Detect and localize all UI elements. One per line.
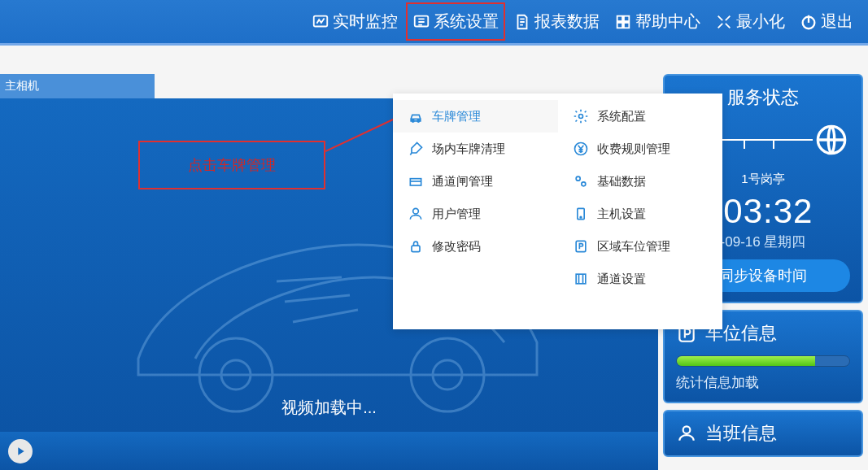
progress-bar — [676, 355, 850, 367]
menu-gate-management[interactable]: 通道闸管理 — [393, 165, 558, 198]
svg-rect-25 — [576, 274, 586, 284]
menu-base-data[interactable]: 基础数据 — [558, 165, 723, 198]
yen-icon — [573, 141, 589, 157]
menu-plate-management[interactable]: 车牌管理 — [393, 100, 558, 133]
menu-change-password[interactable]: 修改密码 — [393, 230, 558, 263]
user-icon — [408, 206, 424, 222]
gear-icon — [573, 108, 589, 124]
brush-icon — [408, 141, 424, 157]
dropdown-col-left: 车牌管理 场内车牌清理 通道闸管理 用户管理 修改密码 — [393, 94, 558, 329]
nav-reports[interactable]: 报表数据 — [507, 6, 606, 37]
nav-settings-label: 系统设置 — [434, 11, 499, 33]
nav-reports-label: 报表数据 — [534, 11, 600, 33]
progress-fill — [677, 356, 815, 366]
svg-rect-4 — [617, 22, 622, 27]
connection-line — [713, 139, 813, 141]
menu-fee-rules[interactable]: 收费规则管理 — [558, 133, 723, 165]
power-icon — [800, 13, 818, 31]
menu-label: 场内车牌清理 — [432, 141, 505, 157]
svg-point-18 — [578, 115, 582, 119]
minimize-icon — [715, 13, 733, 31]
globe-icon — [813, 121, 850, 159]
cogs-icon — [573, 173, 589, 189]
annotation-text: 点击车牌管理 — [188, 155, 276, 175]
menu-label: 通道设置 — [597, 272, 646, 287]
car-icon — [408, 108, 424, 124]
menu-label: 区域车位管理 — [597, 239, 670, 255]
menu-label: 基础数据 — [597, 174, 646, 189]
menu-channel-settings[interactable]: 通道设置 — [558, 263, 723, 295]
sync-btn-label: 同步设备时间 — [719, 268, 807, 284]
menu-host-settings[interactable]: 主机设置 — [558, 198, 723, 230]
reports-icon — [513, 13, 531, 31]
help-icon — [614, 13, 632, 31]
svg-point-20 — [576, 176, 580, 181]
play-button[interactable] — [8, 439, 33, 463]
top-nav: 实时监控 系统设置 报表数据 帮助中心 最小化 退出 — [0, 0, 868, 46]
menu-label: 通道闸管理 — [432, 174, 493, 189]
monitor-icon — [312, 13, 329, 31]
nav-monitor-label: 实时监控 — [333, 11, 398, 33]
gate-icon — [408, 173, 424, 189]
menu-area-parking[interactable]: 区域车位管理 — [558, 230, 723, 263]
channel-icon — [573, 271, 589, 287]
menu-label: 系统配置 — [597, 109, 646, 124]
shift-title: 当班信息 — [705, 421, 777, 446]
settings-nav-icon — [412, 13, 430, 31]
video-loading-text: 视频加载中... — [281, 397, 377, 419]
settings-dropdown: 车牌管理 场内车牌清理 通道闸管理 用户管理 修改密码 — [393, 94, 722, 329]
shift-header: 当班信息 — [676, 421, 850, 450]
svg-point-16 — [413, 208, 419, 214]
svg-rect-15 — [410, 179, 421, 185]
nav-help[interactable]: 帮助中心 — [608, 6, 707, 37]
svg-point-21 — [581, 182, 585, 186]
svg-point-23 — [580, 216, 582, 218]
svg-rect-2 — [617, 15, 622, 20]
person-icon — [676, 423, 697, 444]
menu-label: 主机设置 — [597, 207, 646, 222]
parking-icon — [573, 238, 589, 255]
shift-info-panel: 当班信息 — [663, 410, 863, 457]
camera-tab-label: 主相机 — [5, 79, 39, 94]
main-area: 主相机 视频加载中... 点击车牌管理 — [0, 46, 868, 470]
svg-point-28 — [683, 426, 691, 433]
menu-label: 修改密码 — [432, 239, 481, 255]
nav-help-label: 帮助中心 — [635, 11, 700, 33]
stat-loading-text: 统计信息加载 — [676, 373, 850, 392]
menu-label: 收费规则管理 — [597, 141, 670, 157]
svg-rect-5 — [624, 22, 629, 27]
server-icon — [573, 206, 589, 222]
video-control-bar — [0, 432, 658, 470]
menu-label: 车牌管理 — [432, 109, 481, 124]
nav-minimize[interactable]: 最小化 — [709, 6, 792, 37]
menu-user-management[interactable]: 用户管理 — [393, 198, 558, 230]
nav-exit-label: 退出 — [821, 11, 853, 33]
camera-tab[interactable]: 主相机 — [0, 74, 155, 98]
menu-label: 用户管理 — [432, 207, 481, 222]
menu-system-config[interactable]: 系统配置 — [558, 100, 723, 133]
left-pane: 主相机 视频加载中... 点击车牌管理 — [0, 46, 658, 470]
svg-rect-17 — [412, 246, 420, 252]
nav-monitor[interactable]: 实时监控 — [305, 6, 404, 37]
nav-minimize-label: 最小化 — [736, 11, 785, 33]
dropdown-col-right: 系统配置 收费规则管理 基础数据 主机设置 区域车位管理 — [558, 94, 723, 329]
nav-exit[interactable]: 退出 — [793, 6, 860, 37]
menu-plate-cleanup[interactable]: 场内车牌清理 — [393, 133, 558, 165]
lock-icon — [408, 238, 424, 255]
nav-settings[interactable]: 系统设置 — [406, 2, 505, 41]
svg-rect-3 — [624, 15, 629, 20]
annotation-callout: 点击车牌管理 — [138, 141, 325, 189]
